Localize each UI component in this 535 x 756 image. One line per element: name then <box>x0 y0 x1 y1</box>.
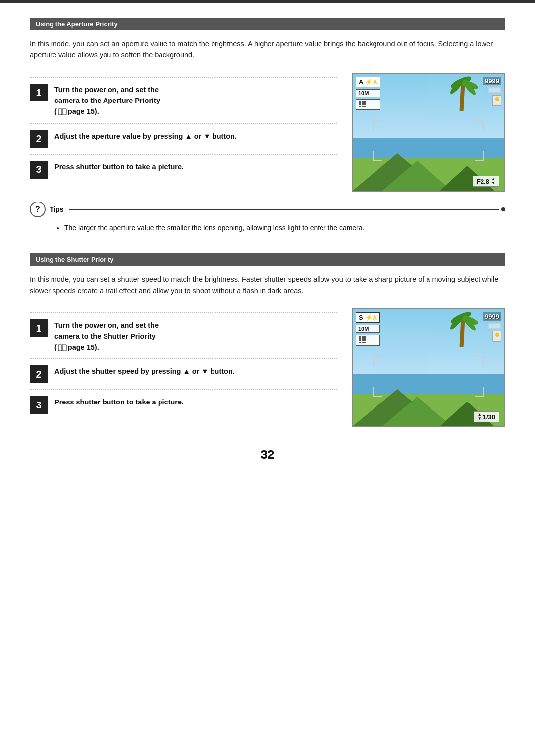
aperture-header-text: Using the Aperture Priority <box>36 20 118 28</box>
svg-rect-22 <box>364 339 366 341</box>
step-number-2: 2 <box>30 130 48 148</box>
shutter-step-2-text: Adjust the shutter speed by pressing ▲ o… <box>54 367 235 375</box>
tips-list: The larger the aperture value the smalle… <box>54 222 505 233</box>
cam-shutter-display: ▲ ▼ 1/30 <box>474 411 499 422</box>
svg-rect-1 <box>63 109 66 115</box>
shutter-step-1-ref: ( page 15). <box>54 342 99 353</box>
svg-rect-24 <box>362 342 364 343</box>
shutter-bracket-tl <box>373 356 382 366</box>
svg-rect-17 <box>359 336 361 339</box>
svg-rect-9 <box>364 103 366 105</box>
tips-line <box>69 209 499 210</box>
cam-bracket-bl <box>373 151 382 161</box>
page-content: Using the Aperture Priority In this mode… <box>0 3 535 497</box>
cam-sd-card <box>492 95 501 106</box>
tips-dot <box>501 207 505 211</box>
cam-shots-count: 9999 <box>483 77 501 85</box>
shutter-step-2: 2 Adjust the shutter speed by pressing ▲… <box>30 363 337 383</box>
shutter-step-3: 3 Press shutter button to take a picture… <box>30 394 337 414</box>
aperture-value: F2.8 <box>477 178 489 185</box>
cam-bracket-tl <box>373 121 382 131</box>
svg-rect-0 <box>58 109 62 115</box>
page-number: 32 <box>30 447 505 462</box>
shutter-cam-top-left: S ⚡A 10M <box>356 312 380 346</box>
shutter-step-3-content: Press shutter button to take a picture. <box>54 394 184 408</box>
cam-bracket-tr <box>475 121 484 131</box>
shutter-shots-count: 9999 <box>483 312 501 321</box>
tips-label: Tips <box>50 205 64 213</box>
cam-top-left-hud: A ⚡A 10M <box>356 77 380 110</box>
shutter-battery-tip <box>501 325 502 328</box>
aperture-arrows: ▲ ▼ <box>491 177 495 185</box>
shutter-bracket-br <box>475 387 484 397</box>
shutter-intro: In this mode, you can set a shutter spee… <box>30 274 505 297</box>
svg-rect-12 <box>364 106 366 107</box>
shutter-step-1-text: Turn the power on, and set thecamera to … <box>54 321 159 351</box>
aperture-camera-display: A ⚡A 10M <box>352 73 505 192</box>
shutter-step3-dotted <box>30 389 337 390</box>
shutter-sd-dot <box>495 333 499 337</box>
svg-rect-10 <box>359 106 361 107</box>
cam-hud: A ⚡A 10M <box>353 74 504 191</box>
svg-rect-23 <box>359 342 361 343</box>
cam-flash-icon: ⚡A <box>365 78 377 86</box>
book-icon <box>58 106 67 117</box>
aperture-step-3: 3 Press shutter button to take a picture… <box>30 159 337 179</box>
svg-rect-7 <box>359 103 361 105</box>
shutter-step-2-content: Adjust the shutter speed by pressing ▲ o… <box>54 363 235 377</box>
aperture-steps-column: 1 Turn the power on, and set thecamera t… <box>30 73 337 180</box>
svg-rect-11 <box>362 106 364 107</box>
step-3-text: Press shutter button to take a picture. <box>54 163 184 171</box>
aperture-steps-layout: 1 Turn the power on, and set thecamera t… <box>30 73 505 192</box>
shutter-section-header: Using the Shutter Priority <box>30 253 505 266</box>
cam-battery-row <box>488 87 501 93</box>
step-3-content: Press shutter button to take a picture. <box>54 159 184 173</box>
shutter-header-text: Using the Shutter Priority <box>36 256 113 263</box>
shutter-step-3-text: Press shutter button to take a picture. <box>54 398 184 406</box>
sd-dot <box>495 97 499 101</box>
aperture-section-header: Using the Aperture Priority <box>30 18 505 30</box>
tips-header-row: ? Tips <box>30 202 505 217</box>
cam-mode-a: A <box>359 78 363 86</box>
shutter-step-1-content: Turn the power on, and set thecamera to … <box>54 317 159 353</box>
shutter-steps-layout: 1 Turn the power on, and set thecamera t… <box>30 308 505 427</box>
cam-mode-s: S <box>359 314 363 321</box>
shutter-cam-top-right: 9999 <box>483 312 501 342</box>
battery-tip <box>501 89 502 93</box>
tips-question-icon: ? <box>30 202 46 217</box>
svg-rect-4 <box>359 101 361 103</box>
shutter-step-number-2: 2 <box>30 365 48 383</box>
svg-rect-20 <box>359 339 361 341</box>
shutter-step-number-1: 1 <box>30 319 48 337</box>
aperture-step-1: 1 Turn the power on, and set thecamera t… <box>30 82 337 117</box>
svg-rect-25 <box>364 342 366 343</box>
shutter-camera-display: S ⚡A 10M <box>352 308 505 427</box>
svg-rect-19 <box>364 336 366 339</box>
step1-top-dotted <box>30 77 337 78</box>
svg-rect-14 <box>63 345 66 351</box>
step-1-content: Turn the power on, and set thecamera to … <box>54 82 160 117</box>
shutter-battery <box>488 323 501 329</box>
svg-rect-6 <box>364 101 366 103</box>
svg-rect-13 <box>58 345 62 351</box>
shutter-section: Using the Shutter Priority In this mode,… <box>30 253 505 427</box>
shutter-cam-grid <box>356 335 380 346</box>
shutter-step-1-page-ref: page 15). <box>68 342 99 353</box>
shutter-step2-dotted <box>30 358 337 359</box>
cam-battery <box>488 87 501 93</box>
svg-rect-5 <box>362 101 364 103</box>
step-1-page-ref: page 15). <box>68 106 99 117</box>
shutter-step-1: 1 Turn the power on, and set thecamera t… <box>30 317 337 353</box>
cam-resolution: 10M <box>356 89 380 97</box>
step-number-3: 3 <box>30 161 48 179</box>
shutter-step-number-3: 3 <box>30 396 48 414</box>
shutter-cam-hud: S ⚡A 10M <box>353 309 504 426</box>
step2-top-dotted <box>30 123 337 124</box>
step-1-ref: ( page 15). <box>54 106 99 117</box>
shutter-speed-display: ▲ ▼ 1/30 <box>478 413 495 421</box>
cam-grid-icon <box>356 99 380 110</box>
step-2-text: Adjust the aperture value by pressing ▲ … <box>54 132 237 140</box>
shutter-value: 1/30 <box>483 413 495 421</box>
aperture-section: Using the Aperture Priority In this mode… <box>30 18 505 234</box>
shutter-bracket-bl <box>373 387 382 397</box>
